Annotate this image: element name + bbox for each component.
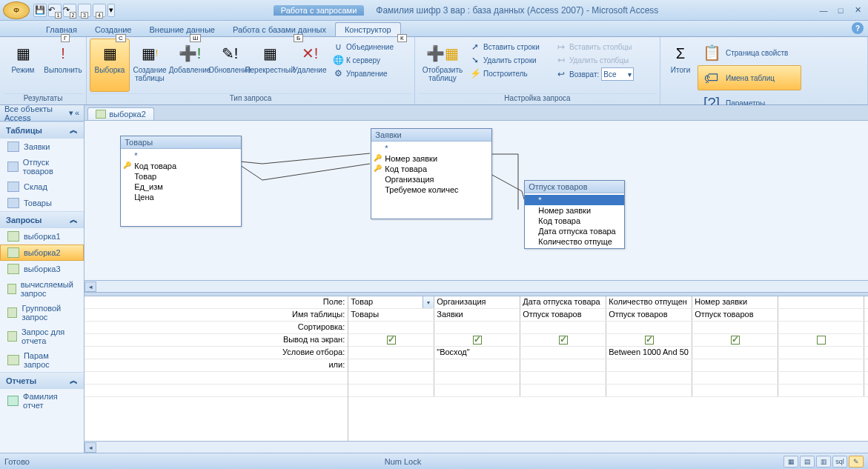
tab-external[interactable]: Внешние данные [141,23,224,36]
table-товары[interactable]: Товары * 🔑Код товара Товар Ед_изм Цена [120,136,242,227]
field[interactable]: Номер заявки [525,205,624,216]
field[interactable]: Цена [121,192,241,202]
show-checkbox[interactable] [645,336,654,345]
qbe-cell[interactable] [434,385,520,396]
qbe-cell[interactable] [692,359,778,371]
qbe-cell[interactable] [606,322,692,333]
qbe-cell[interactable] [520,347,606,359]
field[interactable]: Ед_изм [121,182,241,192]
qbe-cell[interactable] [692,372,778,384]
nav-group-reports[interactable]: Отчеты︽ [0,372,84,389]
qbe-cell[interactable] [434,322,520,333]
qbe-cell[interactable]: Отпуск товаров [520,309,606,321]
qat-btn3[interactable]: 3 [78,4,91,17]
qbe-cell[interactable] [692,334,778,346]
field[interactable]: Количество отпуще [525,236,624,247]
field[interactable]: Товар [121,171,241,182]
field[interactable]: * [371,143,491,153]
qbe-cell[interactable] [778,385,864,396]
totals-button[interactable]: ΣИтоги [663,39,698,92]
tab-create[interactable]: Создание [86,23,141,36]
qbe-cell[interactable] [778,322,864,333]
table-отпуск-товаров[interactable]: Отпуск товаров * Номер заявки Код товара… [524,180,625,249]
nav-query-item[interactable]: Групповой запрос [0,301,84,325]
showtable-button[interactable]: ➕▦Отобразить таблицу [418,39,467,92]
insert-rows-button[interactable]: ➚Вставить строки [467,40,553,53]
minimize-button[interactable]: — [816,4,831,17]
nav-group-queries[interactable]: Запросы︽ [0,211,84,228]
qbe-cell[interactable]: Отпуск товаров [606,309,692,321]
nav-table-item[interactable]: Заявки [0,139,84,155]
qbe-cell[interactable] [864,296,868,308]
run-button[interactable]: !Выполнить [43,39,83,92]
qbe-cell[interactable] [778,359,864,371]
qbe-cell[interactable] [434,334,520,346]
qbe-cell[interactable] [348,385,434,396]
nav-query-item[interactable]: Запрос для отчета [0,325,84,348]
field[interactable]: 🔑Номер заявки [371,153,491,164]
qbe-cell[interactable] [692,385,778,396]
crosstab-button[interactable]: ▦Перекрестный [250,39,290,92]
qbe-cell[interactable]: Дата отпуска товара [520,296,606,308]
append-button[interactable]: ➕!Добавление [170,39,210,92]
qbe-cell[interactable] [778,347,864,359]
field[interactable]: * [525,195,624,205]
qbe-cell[interactable] [606,385,692,396]
show-checkbox[interactable] [387,336,396,345]
update-button[interactable]: ✎!Обновление [210,39,250,92]
qbe-cell[interactable] [348,347,434,359]
passthrough-button[interactable]: 🌐К серверу [330,53,411,67]
field[interactable]: 🔑Код товара [121,161,241,171]
nav-header[interactable]: Все объекты Access ▾« [0,105,84,122]
builder-button[interactable]: ⚡Построитель [467,67,553,80]
delete-rows-button[interactable]: ➘Удалить строки [467,53,553,67]
tab-dbtools[interactable]: Работа с базами данных [224,23,335,36]
nav-query-item[interactable]: выборка2 [0,245,84,261]
nav-query-item[interactable]: выборка3 [0,261,84,277]
select-query-button[interactable]: ▦Выборка [90,39,130,92]
nav-group-tables[interactable]: Таблицы︽ [0,122,84,139]
qbe-cell[interactable]: Заявки [434,309,520,321]
qbe-cell[interactable] [864,347,868,359]
view-datasheet-button[interactable]: ▦ [783,456,798,468]
nav-query-item[interactable]: выборка1 [0,228,84,245]
maketable-button[interactable]: ▦!Создание таблицы [130,39,170,92]
qbe-cell[interactable] [864,372,868,384]
field[interactable]: Дата отпуска товара [525,226,624,236]
qbe-cell[interactable] [520,359,606,371]
tablebox-title[interactable]: Товары [121,136,241,149]
qbe-cell[interactable] [778,334,864,346]
nav-table-item[interactable]: Склад [0,179,84,195]
qat-customize[interactable]: ▾ [107,4,115,17]
qat-redo[interactable]: ↷2 [63,4,76,17]
field[interactable]: * [121,150,241,161]
qbe-cell[interactable] [520,372,606,384]
qbe-cell[interactable] [864,385,868,396]
dropdown-button[interactable]: ▾ [423,296,434,308]
canvas-hscroll[interactable]: ◂ ▸ [85,280,868,292]
tablenames-button[interactable]: 🏷Имена таблиц [698,65,801,90]
qat-undo[interactable]: ↶1 [48,4,62,17]
return-combo[interactable]: Все▾ [601,67,634,81]
qbe-cell[interactable] [348,372,434,384]
show-checkbox[interactable] [731,336,740,345]
table-заявки[interactable]: Заявки * 🔑Номер заявки 🔑Код товара Орган… [371,128,492,219]
tablebox-title[interactable]: Заявки [371,129,491,142]
office-button[interactable] [3,1,30,19]
scroll-left-button[interactable]: ◂ [85,282,96,292]
qbe-cell[interactable]: Between 1000 And 50 [606,347,692,359]
field[interactable]: Организация [371,174,491,184]
qbe-cell[interactable] [520,334,606,346]
qbe-cell[interactable] [606,359,692,371]
return-rows[interactable]: ↩Возврат: Все▾ [553,67,657,82]
view-sql-button[interactable]: sql [832,456,847,468]
qbe-cell[interactable] [348,322,434,333]
qbe-cell[interactable] [692,322,778,333]
qat-btn4[interactable]: 4 [93,4,106,17]
close-button[interactable]: ✕ [850,4,865,17]
nav-report-item[interactable]: Фамилия отчет [0,389,84,413]
qat-save[interactable]: 💾 [33,4,47,17]
qbe-cell[interactable]: Отпуск товаров [692,309,778,321]
qbe-cell[interactable] [606,372,692,384]
qbe-cell[interactable]: "Восход" [434,347,520,359]
